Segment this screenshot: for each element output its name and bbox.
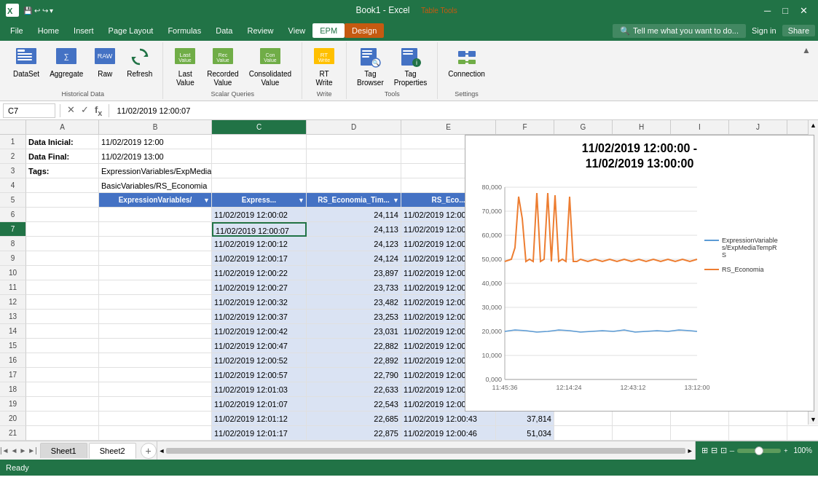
scroll-left-button[interactable]: ◄ (159, 447, 165, 454)
view-mode-normal[interactable]: ⊞ (701, 446, 708, 455)
zoom-plus[interactable]: + (784, 447, 787, 454)
h-scroll-thumb[interactable] (166, 448, 685, 454)
menu-file[interactable]: File (3, 23, 31, 38)
cell-a16[interactable] (26, 353, 99, 368)
tag-browser-button[interactable]: 🔍 TagBrowser (353, 44, 388, 89)
row-header-9[interactable]: 9 (0, 251, 26, 266)
horizontal-scrollbar[interactable]: ◄ ► (157, 441, 695, 460)
col-header-a[interactable]: A (26, 120, 99, 134)
row-header-12[interactable]: 12 (0, 295, 26, 310)
row-header-1[interactable]: 1 (0, 135, 26, 149)
cell-a11[interactable] (26, 280, 99, 295)
cell-d10[interactable]: 23,897 (307, 266, 401, 280)
cell-c12[interactable]: 11/02/2019 12:00:32 (212, 295, 307, 310)
sign-in-button[interactable]: Sign in (752, 26, 776, 35)
cell-f21[interactable]: 51,034 (496, 426, 554, 441)
dataset-button[interactable]: DataSet (9, 44, 44, 80)
cell-ref-input[interactable] (3, 103, 55, 118)
cell-b7[interactable] (99, 222, 212, 237)
sheet-tab-sheet2[interactable]: Sheet2 (89, 443, 136, 459)
view-mode-break[interactable]: ⊡ (720, 446, 727, 455)
row-header-11[interactable]: 11 (0, 280, 26, 295)
consolidated-value-button[interactable]: ConValue ConsolidatedValue (245, 44, 296, 89)
cell-e21[interactable]: 11/02/2019 12:00:46 (401, 426, 496, 441)
col-header-j[interactable]: J (729, 120, 787, 134)
menu-view[interactable]: View (281, 23, 313, 38)
scroll-up-button[interactable]: ▲ (809, 120, 819, 130)
menu-review[interactable]: Review (240, 23, 280, 38)
confirm-icon[interactable]: ✓ (79, 103, 91, 118)
add-sheet-button[interactable]: + (141, 443, 157, 459)
zoom-minus[interactable]: ─ (730, 447, 734, 454)
cell-c7[interactable]: 11/02/2019 12:00:07 (212, 222, 307, 237)
cell-b12[interactable] (99, 295, 212, 310)
cell-a1[interactable]: Data Inicial: (26, 135, 99, 149)
cell-h20[interactable] (613, 412, 671, 426)
cell-a21[interactable] (26, 426, 99, 441)
recorded-value-button[interactable]: RecValue RecordedValue (202, 44, 243, 89)
cell-b16[interactable] (99, 353, 212, 368)
cell-b19[interactable] (99, 397, 212, 412)
menu-epm[interactable]: EPM (312, 23, 345, 38)
cell-d21[interactable]: 22,875 (307, 426, 401, 441)
cell-b13[interactable] (99, 310, 212, 324)
cell-d14[interactable]: 23,031 (307, 324, 401, 339)
col-header-h[interactable]: H (613, 120, 671, 134)
cell-d18[interactable]: 22,633 (307, 382, 401, 397)
cell-c2[interactable] (212, 149, 307, 164)
menu-home[interactable]: Home (31, 23, 66, 38)
cell-c19[interactable]: 11/02/2019 12:01:07 (212, 397, 307, 412)
menu-page-layout[interactable]: Page Layout (101, 23, 161, 38)
cell-a20[interactable] (26, 412, 99, 426)
row-header-18[interactable]: 18 (0, 382, 26, 397)
tab-scroll-first[interactable]: |◄ (0, 446, 9, 454)
cell-j21[interactable] (729, 426, 787, 441)
cell-a9[interactable] (26, 251, 99, 266)
cell-d8[interactable]: 24,123 (307, 237, 401, 251)
row-header-15[interactable]: 15 (0, 339, 26, 353)
view-mode-page[interactable]: ⊟ (711, 446, 717, 455)
row-header-14[interactable]: 14 (0, 324, 26, 339)
cell-c3[interactable] (212, 164, 307, 178)
cell-i21[interactable] (671, 426, 729, 441)
row-header-13[interactable]: 13 (0, 310, 26, 324)
cell-c14[interactable]: 11/02/2019 12:00:42 (212, 324, 307, 339)
cell-a13[interactable] (26, 310, 99, 324)
row-header-20[interactable]: 20 (0, 412, 26, 426)
col-header-f[interactable]: F (496, 120, 554, 134)
cell-d15[interactable]: 22,882 (307, 339, 401, 353)
cell-d16[interactable]: 22,892 (307, 353, 401, 368)
sheet-tab-sheet1[interactable]: Sheet1 (40, 443, 87, 458)
cell-c16[interactable]: 11/02/2019 12:00:52 (212, 353, 307, 368)
cell-f20[interactable]: 37,814 (496, 412, 554, 426)
menu-formulas[interactable]: Formulas (160, 23, 208, 38)
col-header-c[interactable]: C (212, 120, 307, 134)
tag-properties-button[interactable]: i TagProperties (390, 44, 432, 89)
cell-c5[interactable]: Express...▼ (212, 193, 307, 208)
scroll-right-button[interactable]: ► (687, 447, 693, 454)
cell-d20[interactable]: 22,685 (307, 412, 401, 426)
cell-a4[interactable] (26, 178, 99, 193)
cell-b5[interactable]: ExpressionVariables/▼ (99, 193, 212, 208)
cell-a2[interactable]: Data Final: (26, 149, 99, 164)
share-button[interactable]: Share (782, 25, 815, 36)
row-header-17[interactable]: 17 (0, 368, 26, 382)
cell-h21[interactable] (613, 426, 671, 441)
cell-a10[interactable] (26, 266, 99, 280)
col-header-g[interactable]: G (554, 120, 613, 134)
cell-c13[interactable]: 11/02/2019 12:00:37 (212, 310, 307, 324)
col-header-d[interactable]: D (307, 120, 401, 134)
cell-d11[interactable]: 23,733 (307, 280, 401, 295)
row-header-21[interactable]: 21 (0, 426, 26, 441)
cell-b6[interactable] (99, 208, 212, 222)
row-header-7[interactable]: 7 (0, 222, 26, 237)
cell-c8[interactable]: 11/02/2019 12:00:12 (212, 237, 307, 251)
cell-d17[interactable]: 22,790 (307, 368, 401, 382)
cell-c21[interactable]: 11/02/2019 12:01:17 (212, 426, 307, 441)
raw-button[interactable]: RAW Raw (89, 44, 121, 80)
cell-a8[interactable] (26, 237, 99, 251)
cell-b2[interactable]: 11/02/2019 13:00 (99, 149, 212, 164)
cell-b21[interactable] (99, 426, 212, 441)
cell-a18[interactable] (26, 382, 99, 397)
cell-b3[interactable]: ExpressionVariables/ExpMediaTempRS (99, 164, 212, 178)
